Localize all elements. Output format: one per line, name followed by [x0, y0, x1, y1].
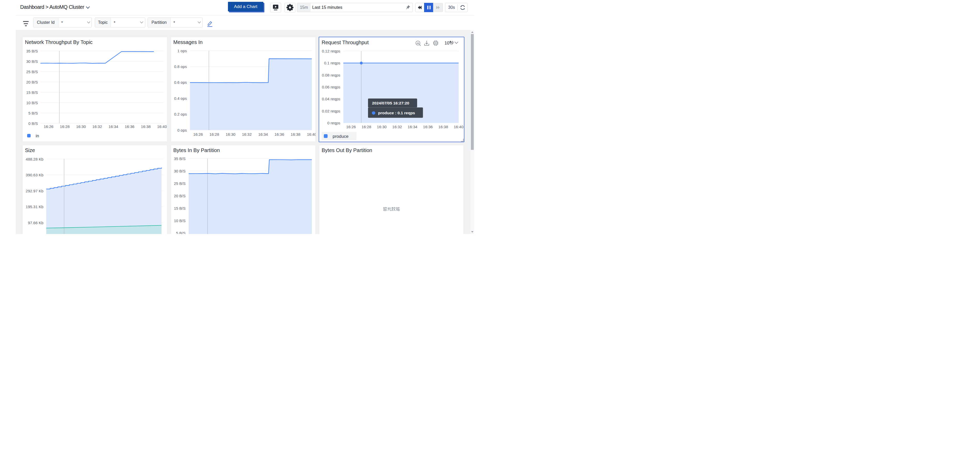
svg-text:16:28: 16:28 — [210, 132, 220, 137]
svg-text:16:30: 16:30 — [377, 125, 387, 129]
svg-text:5 B/S: 5 B/S — [176, 231, 186, 234]
svg-text:25 B/S: 25 B/S — [26, 70, 38, 74]
svg-text:30 B/S: 30 B/S — [174, 169, 186, 173]
svg-text:16:30: 16:30 — [76, 124, 86, 129]
svg-text:0.2 ops: 0.2 ops — [174, 112, 187, 116]
svg-text:16:32: 16:32 — [242, 132, 252, 137]
svg-text:16:38: 16:38 — [141, 124, 151, 129]
svg-text:0 reqps: 0 reqps — [327, 121, 340, 125]
svg-text:30 B/S: 30 B/S — [26, 59, 38, 64]
svg-text:10 B/S: 10 B/S — [26, 100, 38, 105]
svg-text:16:36: 16:36 — [274, 132, 284, 137]
svg-text:16:38: 16:38 — [291, 132, 301, 137]
svg-text:Network Throughput By Topic: Network Throughput By Topic — [25, 39, 93, 45]
svg-text:0.02 reqps: 0.02 reqps — [322, 108, 340, 113]
svg-text:in: in — [36, 134, 39, 138]
svg-text:Size: Size — [25, 147, 35, 153]
svg-text:488.28 Kb: 488.28 Kb — [26, 157, 43, 161]
svg-text:0.8 ops: 0.8 ops — [174, 64, 187, 69]
svg-text:16:40: 16:40 — [453, 125, 463, 129]
svg-text:16:34: 16:34 — [258, 132, 268, 137]
svg-text:0.12 reqps: 0.12 reqps — [322, 49, 340, 53]
svg-text:Bytes Out By Partition: Bytes Out By Partition — [321, 147, 372, 153]
svg-text:Messages In: Messages In — [173, 39, 203, 45]
svg-text:16:26: 16:26 — [44, 124, 54, 129]
svg-text:0 B/S: 0 B/S — [29, 121, 38, 126]
svg-text:16:28: 16:28 — [361, 125, 371, 129]
svg-text:195.31 Kb: 195.31 Kb — [26, 205, 43, 209]
svg-text:16:40: 16:40 — [157, 124, 167, 129]
svg-text:35 B/S: 35 B/S — [26, 49, 38, 53]
svg-text:16:32: 16:32 — [92, 124, 102, 129]
svg-text:0.4 ops: 0.4 ops — [174, 96, 187, 100]
svg-text:16:34: 16:34 — [407, 125, 417, 129]
svg-text:0 ops: 0 ops — [177, 128, 187, 132]
svg-text:20 B/S: 20 B/S — [26, 80, 38, 84]
svg-text:0.6 ops: 0.6 ops — [174, 80, 187, 84]
svg-text:0.04 reqps: 0.04 reqps — [322, 97, 340, 101]
svg-text:25 B/S: 25 B/S — [174, 181, 186, 186]
svg-text:5 B/S: 5 B/S — [29, 111, 38, 115]
svg-text:16:26: 16:26 — [346, 125, 356, 129]
svg-text:16:28: 16:28 — [60, 124, 70, 129]
svg-text:15 B/S: 15 B/S — [174, 206, 186, 210]
svg-text:Bytes In By Partition: Bytes In By Partition — [173, 147, 220, 153]
svg-text:produce : 0.1 reqps: produce : 0.1 reqps — [378, 111, 415, 115]
svg-text:10: 10 — [444, 41, 449, 46]
svg-text:1 ops: 1 ops — [177, 49, 187, 53]
svg-text:2024/07/05 16:27:20: 2024/07/05 16:27:20 — [372, 100, 409, 105]
svg-text:Request Throughput: Request Throughput — [321, 40, 369, 45]
svg-text:0.06 reqps: 0.06 reqps — [322, 84, 340, 89]
svg-text:97.66 Kb: 97.66 Kb — [28, 221, 43, 225]
svg-text:16:32: 16:32 — [392, 125, 402, 129]
svg-text:0.08 reqps: 0.08 reqps — [322, 73, 340, 77]
svg-text:produce: produce — [332, 134, 348, 138]
svg-text:292.97 Kb: 292.97 Kb — [26, 189, 43, 193]
svg-text:16:26: 16:26 — [193, 132, 203, 137]
svg-text:10 B/S: 10 B/S — [174, 218, 186, 223]
svg-text:15 B/S: 15 B/S — [26, 90, 38, 95]
svg-text:0.1 reqps: 0.1 reqps — [324, 61, 340, 65]
svg-text:390.63 Kb: 390.63 Kb — [26, 173, 43, 177]
svg-text:20 B/S: 20 B/S — [174, 194, 186, 198]
svg-text:16:38: 16:38 — [438, 125, 448, 129]
svg-text:16:34: 16:34 — [108, 124, 118, 129]
svg-text:16:40: 16:40 — [307, 132, 315, 137]
svg-text:35 B/S: 35 B/S — [174, 156, 186, 161]
svg-text:16:36: 16:36 — [423, 125, 433, 129]
svg-text:16:30: 16:30 — [226, 132, 235, 137]
svg-text:16:36: 16:36 — [125, 124, 135, 129]
